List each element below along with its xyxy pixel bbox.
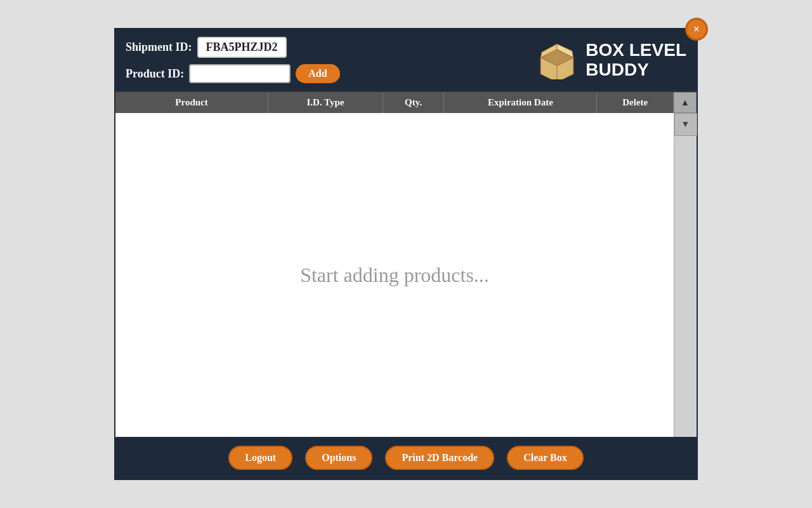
clear-box-button[interactable]: Clear Box: [507, 446, 584, 470]
print-barcode-button[interactable]: Print 2D Barcode: [385, 446, 494, 470]
product-id-row: Product ID: Add: [126, 64, 340, 83]
header-left: Shipment ID: FBA5PHZJD2 Product ID: Add: [126, 37, 340, 83]
logo-text: BOX LEVEL BUDDY: [586, 41, 686, 80]
scroll-up-button[interactable]: ▲: [674, 92, 697, 113]
col-product: Product: [115, 92, 268, 113]
box-logo-icon: [535, 41, 579, 79]
col-delete: Delete: [597, 92, 674, 113]
table-body: Start adding products...: [115, 113, 674, 437]
options-button[interactable]: Options: [305, 446, 372, 470]
scroll-down-button[interactable]: ▼: [674, 113, 697, 136]
product-id-input[interactable]: [189, 64, 291, 83]
close-button[interactable]: ×: [685, 18, 708, 41]
table-scroll-container: Start adding products... ▼: [115, 113, 697, 437]
footer: Logout Options Print 2D Barcode Clear Bo…: [115, 437, 697, 479]
col-expiration-date: Expiration Date: [444, 92, 597, 113]
product-id-label: Product ID:: [126, 67, 184, 81]
add-button[interactable]: Add: [296, 64, 339, 83]
col-id-type: I.D. Type: [268, 92, 383, 113]
logout-button[interactable]: Logout: [228, 446, 292, 470]
empty-message: Start adding products...: [300, 264, 489, 287]
header: Shipment ID: FBA5PHZJD2 Product ID: Add: [115, 29, 697, 91]
shipment-id-row: Shipment ID: FBA5PHZJD2: [126, 37, 340, 58]
table-header: Product I.D. Type Qty. Expiration Date D…: [115, 91, 697, 113]
close-icon: ×: [693, 23, 700, 36]
app-window: × Shipment ID: FBA5PHZJD2 Product ID: Ad…: [114, 28, 698, 480]
col-qty: Qty.: [383, 92, 444, 113]
scroll-sidebar: ▼: [674, 113, 697, 437]
shipment-id-label: Shipment ID:: [126, 41, 192, 54]
logo-area: BOX LEVEL BUDDY: [535, 41, 686, 80]
shipment-id-value: FBA5PHZJD2: [197, 37, 287, 58]
